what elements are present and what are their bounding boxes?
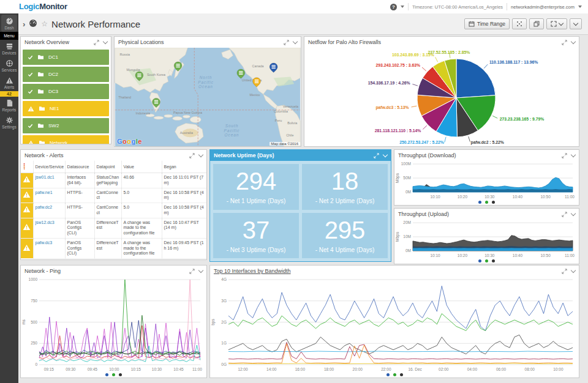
expand-widget-icon[interactable] — [562, 40, 567, 45]
pager-dot[interactable] — [400, 373, 403, 376]
logo[interactable]: LogicMonitor — [19, 2, 67, 11]
device-link[interactable]: pafw.dc3 — [36, 240, 53, 245]
top10-chart[interactable]: 0G1G2G3G4Gbps12:0014:0016:0018:0020:0022… — [210, 277, 579, 377]
chevron-down-icon[interactable] — [293, 42, 297, 43]
expand-widget-icon[interactable] — [189, 153, 195, 158]
svg-text:4G: 4G — [221, 277, 227, 281]
uptime-tile[interactable]: 294- Net 1 Uptime (Days) — [213, 164, 299, 210]
column-header[interactable]: Datapoint — [94, 161, 121, 173]
ping-chart[interactable]: 02505007501000ms09:1509:3009:4510:0010:1… — [21, 277, 206, 377]
pager-dot[interactable] — [485, 201, 488, 204]
user-menu-caret-icon[interactable] — [578, 6, 582, 8]
column-header[interactable]: Began — [162, 161, 206, 173]
window-layout-button[interactable] — [529, 18, 544, 29]
fullscreen-button[interactable] — [546, 18, 567, 29]
expand-widget-icon[interactable] — [284, 40, 289, 45]
device-group-row[interactable]: NE1 — [23, 101, 109, 116]
netflow-pie-chart[interactable]: 110.136.188.117 : 13.96%273.23.238.165 :… — [304, 48, 579, 146]
uptime-tile[interactable]: 18- Net 2 Uptime (Days) — [302, 164, 388, 210]
help-icon[interactable]: ? — [390, 4, 397, 10]
download-chart[interactable]: 0M50M100MMbps10:1010:2010:3010:4010:5011… — [394, 161, 579, 205]
pager-dot[interactable] — [393, 373, 396, 376]
upload-chart[interactable]: 0M10M20MMbps10:1010:2010:3010:4010:5011:… — [394, 220, 579, 264]
svg-text:0: 0 — [35, 362, 37, 366]
alert-value: A change was made to the configuration f… — [121, 218, 162, 238]
device-link[interactable]: pafw.ne1 — [36, 190, 53, 195]
column-header[interactable]: Value — [121, 161, 162, 173]
time-range-button[interactable]: Time Range — [464, 18, 510, 29]
chevron-down-icon — [573, 20, 578, 25]
uptime-tile[interactable]: 37- Net 3 Uptime (Days) — [213, 213, 299, 259]
sidebar-collapse-icon[interactable]: › — [23, 20, 25, 29]
expand-widget-icon[interactable] — [562, 153, 567, 158]
panel-title: Network - Alerts — [24, 152, 64, 158]
pager-dot[interactable] — [492, 259, 495, 262]
panel-title-link[interactable]: Top 10 Interfaces by Bandwidth — [214, 268, 291, 274]
uptime-value: 294 — [236, 169, 277, 193]
pager-dot[interactable] — [485, 259, 488, 262]
svg-text:1000: 1000 — [29, 277, 38, 281]
folder-icon — [39, 140, 45, 144]
alert-datasource: HTTPS- — [65, 188, 94, 203]
svg-text:22:00: 22:00 — [381, 367, 391, 371]
alert-row: pafw.dc2HTTPS-CantConnect5.0Dec 16 10:58… — [21, 203, 206, 218]
sidebar-item-reports[interactable]: Reports — [0, 97, 18, 114]
panel-top10-bandwidth: Top 10 Interfaces by Bandwidth 0G1G2G3G4… — [209, 265, 579, 378]
help-caret-icon[interactable] — [401, 6, 404, 8]
expand-widget-icon[interactable] — [189, 269, 195, 274]
svg-text:10:00: 10:00 — [109, 367, 119, 371]
sidebar-item-settings[interactable]: Settings — [0, 114, 18, 131]
alerts-icon — [0, 76, 18, 84]
chevron-down-icon[interactable] — [571, 42, 575, 43]
sidebar-item-services[interactable]: Services — [0, 57, 18, 74]
expand-widget-icon[interactable] — [94, 40, 99, 45]
svg-text:16:00: 16:00 — [295, 367, 306, 371]
chevron-down-icon[interactable] — [571, 270, 575, 272]
device-link[interactable]: jsw12.dc3 — [36, 220, 55, 225]
sidebar-item-dash[interactable]: Dash — [1, 15, 17, 32]
device-group-row[interactable]: Network — [23, 135, 109, 144]
pager-dot[interactable] — [478, 201, 481, 204]
map-country-label: Colombia — [274, 110, 288, 113]
pie-slice-label: pafw.dc2 : 5.22% — [471, 140, 504, 145]
expand-widget-icon[interactable] — [374, 153, 379, 158]
expand-widget-icon[interactable] — [562, 212, 567, 217]
svg-text:0M: 0M — [405, 190, 411, 194]
user-email[interactable]: networkadmin@enterprise.com — [511, 4, 575, 10]
folder-icon — [37, 54, 44, 60]
favorite-star-icon[interactable]: ☆ — [41, 20, 48, 28]
chevron-down-icon[interactable] — [104, 42, 107, 43]
pager-dot[interactable] — [112, 373, 115, 376]
google-logo: Google — [117, 138, 142, 145]
expand-widget-icon[interactable] — [562, 269, 567, 274]
map-viewport[interactable]: NorthPacificOceanSouthPacificOceanRussia… — [115, 48, 301, 146]
panel-title: Network Uptime (Days) — [214, 152, 274, 158]
pager-dot[interactable] — [105, 373, 108, 376]
device-link[interactable]: jsw01.dc1 — [36, 175, 55, 179]
chevron-down-icon[interactable] — [571, 155, 575, 157]
device-group-row[interactable]: SW2 — [23, 118, 109, 133]
device-link[interactable]: pafw.dc2 — [36, 205, 53, 209]
panel-title: Network Overview — [24, 39, 69, 45]
sidebar-item-alerts[interactable]: Alerts — [0, 74, 18, 91]
chevron-down-icon[interactable] — [199, 270, 203, 272]
chevron-down-icon[interactable] — [199, 155, 203, 157]
chevron-down-icon[interactable] — [571, 214, 575, 215]
uptime-tile[interactable]: 295- Net 4 Uptime (Days) — [302, 213, 388, 259]
pager-dot[interactable] — [119, 373, 122, 376]
pager-dot[interactable] — [478, 259, 481, 262]
pie-slice[interactable] — [456, 59, 496, 98]
device-group-row[interactable]: DC3 — [23, 84, 109, 99]
column-header[interactable]: Datasource — [65, 161, 94, 173]
device-group-row[interactable]: DC2 — [23, 67, 109, 82]
svg-text:12:00: 12:00 — [238, 367, 248, 371]
sidebar-item-menu[interactable]: Menu — [0, 32, 18, 40]
sidebar-item-devices[interactable]: Devices — [0, 40, 18, 57]
pager-dot[interactable] — [386, 373, 390, 376]
more-options-button[interactable] — [570, 18, 582, 29]
pager-dot[interactable] — [492, 201, 495, 204]
column-header[interactable]: Device/Service — [33, 161, 65, 173]
chevron-down-icon[interactable] — [383, 155, 387, 157]
widget-options-button[interactable] — [512, 18, 527, 29]
device-group-row[interactable]: DC1 — [23, 50, 109, 65]
